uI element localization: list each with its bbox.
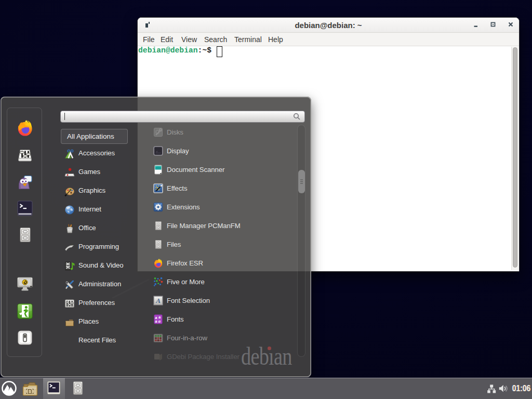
svg-text:A: A: [155, 297, 161, 304]
svg-text:a: a: [158, 318, 161, 324]
svg-text:a: a: [155, 318, 157, 324]
